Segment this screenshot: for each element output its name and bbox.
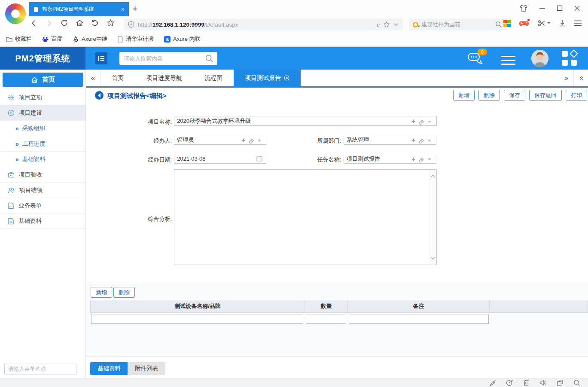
minimize-icon[interactable] (539, 5, 545, 12)
menu-search-input[interactable] (8, 366, 77, 372)
remark-cell-input[interactable] (349, 314, 489, 324)
sidebar-item-engineering-progress[interactable]: » 工程进度 (0, 136, 85, 152)
sidebar-item-basic-data[interactable]: 基础资料 (0, 213, 85, 229)
save-button[interactable]: 保存 (504, 90, 525, 101)
search-icon[interactable] (495, 21, 502, 28)
sidebar-item-project-construction[interactable]: $ 项目建设 (0, 105, 85, 121)
project-name-input[interactable] (174, 116, 437, 126)
bookmark-axure-relay[interactable]: Axure中继 (73, 35, 107, 43)
tab-home[interactable]: 首页 (101, 70, 135, 86)
tab-close-icon[interactable] (284, 75, 289, 81)
refresh-icon[interactable] (60, 19, 68, 27)
add-item-icon[interactable]: + (411, 118, 415, 125)
maximize-icon[interactable] (557, 5, 563, 11)
detail-add-button[interactable]: 新增 (91, 287, 112, 298)
calendar-picker[interactable] (256, 155, 263, 162)
trash-cleaner-icon[interactable] (523, 379, 530, 386)
url-dropdown-icon[interactable] (393, 23, 399, 26)
url-bar[interactable]: http://192.168.1.120:9999/Default.aspx e (124, 18, 403, 30)
new-tab-button[interactable]: + (132, 3, 138, 15)
dropdown-caret-icon[interactable] (428, 158, 431, 161)
bottom-tab-attachments[interactable]: 附件列表 (128, 362, 165, 375)
eraser-icon[interactable] (418, 137, 425, 144)
close-icon[interactable] (574, 5, 580, 12)
tabs-scroll-left-icon[interactable]: « (86, 70, 101, 86)
undo-icon[interactable] (91, 19, 99, 27)
app-search-input[interactable] (124, 55, 205, 62)
screenshot-dropdown-icon[interactable] (547, 22, 551, 24)
dropdown-caret-icon[interactable] (428, 140, 431, 142)
bookmark-tsinghua-audit[interactable]: 清华审计演 (118, 35, 154, 43)
scroll-down-icon[interactable] (430, 256, 436, 260)
back-icon[interactable] (30, 19, 38, 27)
game-center-icon[interactable] (519, 19, 530, 27)
dropdown-caret-icon[interactable] (428, 121, 431, 123)
add-item-icon[interactable]: + (411, 156, 415, 163)
sidebar-home-button[interactable]: 首页 (3, 73, 83, 87)
textarea-scrollbar[interactable] (430, 170, 436, 264)
sidebar-item-project-closing[interactable]: 项目结项 (0, 183, 85, 198)
sidebar-item-project-acceptance[interactable]: 项目验收 (0, 167, 85, 183)
ie-mode-icon[interactable]: e (377, 21, 380, 28)
window-layout-icon[interactable] (557, 379, 564, 386)
device-name-cell-input[interactable] (91, 314, 303, 324)
tabs-scroll-right-icon[interactable]: » (559, 70, 573, 86)
app-search-icon[interactable] (205, 54, 214, 63)
save-return-button[interactable]: 保存返回 (529, 90, 562, 101)
analysis-textarea[interactable] (174, 169, 437, 265)
sidebar-item-project-initiation[interactable]: 项目立项 (0, 90, 85, 105)
tab-project-test-report[interactable]: 项目测试报告 (234, 70, 301, 86)
eraser-icon[interactable] (248, 137, 255, 144)
home-icon[interactable] (76, 19, 84, 27)
volume-icon[interactable] (539, 379, 547, 386)
eraser-icon[interactable] (418, 119, 425, 125)
browser-search-box[interactable]: 建议牡丹为国花 (409, 18, 506, 30)
date-input[interactable] (174, 154, 266, 164)
add-button[interactable]: 新增 (453, 90, 475, 101)
forward-icon[interactable] (45, 19, 53, 27)
app-search-box[interactable] (119, 52, 217, 65)
detail-delete-button[interactable]: 删除 (113, 287, 135, 298)
bookmark-baidu[interactable]: 百度 (42, 35, 62, 43)
menu-search-box[interactable] (4, 363, 76, 375)
add-item-icon[interactable]: + (411, 137, 415, 144)
favorite-star-icon[interactable] (107, 19, 115, 27)
sidebar-item-procurement[interactable]: » 采购组织 (0, 121, 85, 136)
tabs-collapse-icon[interactable]: » (573, 70, 588, 86)
scissors-icon[interactable] (538, 19, 545, 27)
app-menu-button[interactable] (501, 53, 515, 67)
scroll-up-icon[interactable] (430, 174, 436, 178)
print-button[interactable]: 打印 (566, 90, 587, 101)
app-launcher-icon[interactable] (562, 51, 577, 66)
bookmark-star-icon[interactable] (383, 21, 390, 28)
tab-flowchart[interactable]: 流程图 (193, 70, 234, 86)
user-avatar[interactable] (531, 50, 548, 67)
add-item-icon[interactable]: + (241, 137, 245, 144)
sidebar-item-basic-data-sub[interactable]: » 基础资料 (0, 152, 85, 167)
browser-tab[interactable]: 邦永PM2项目管理系统 × (29, 2, 129, 16)
bookmark-folder[interactable]: 收藏栏 (6, 35, 32, 43)
theme-skin-icon[interactable] (519, 4, 528, 12)
browser-search-text[interactable]: 建议牡丹为国花 (421, 21, 492, 28)
eraser-icon[interactable] (418, 156, 425, 163)
tab-project-progress-nav[interactable]: 项目进度导航 (135, 70, 193, 86)
quantity-cell-input[interactable] (306, 314, 346, 324)
delete-button[interactable]: 删除 (478, 90, 500, 101)
handler-label: 经办人: (141, 137, 172, 145)
sidebar-toggle-button[interactable] (95, 52, 107, 64)
browser-logo-icon[interactable] (5, 3, 26, 24)
sidebar-item-business-forms[interactable]: 业务表单 (0, 198, 85, 213)
site-grid-icon[interactable] (503, 19, 511, 27)
browser-menu-icon[interactable] (574, 20, 582, 27)
back-button[interactable] (95, 91, 104, 100)
dropdown-caret-icon[interactable] (258, 140, 261, 142)
download-icon[interactable] (558, 19, 566, 27)
bookmark-axure-intranet[interactable]: a Axure 内联 (164, 35, 201, 43)
url-text[interactable]: http://192.168.1.120:9999/Default.aspx (138, 21, 373, 28)
bottom-tab-basic-data[interactable]: 基础资料 (90, 362, 128, 375)
boost-rocket-icon[interactable] (489, 379, 496, 386)
tab-close-icon[interactable]: × (121, 6, 125, 13)
speed-mode-icon[interactable] (506, 379, 513, 386)
screenshot-tool[interactable] (538, 19, 551, 27)
zoom-search-icon[interactable] (573, 379, 580, 386)
